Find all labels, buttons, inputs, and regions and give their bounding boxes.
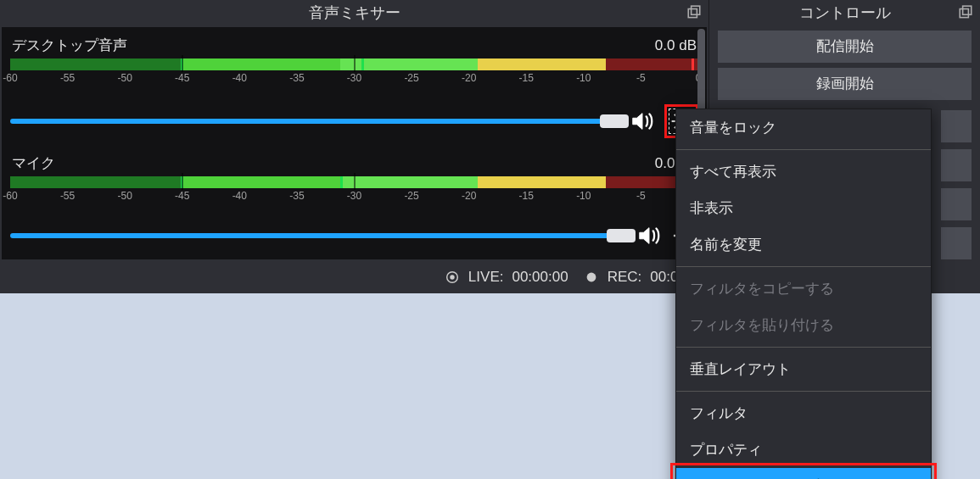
mixer-header: 音声ミキサー bbox=[0, 0, 708, 25]
live-status: LIVE: 00:00:00 bbox=[445, 269, 568, 286]
menu-item[interactable]: 音量をロック bbox=[676, 109, 931, 146]
menu-separator bbox=[676, 149, 931, 150]
svg-point-22 bbox=[586, 273, 596, 282]
channel-name: マイク bbox=[12, 153, 55, 173]
control-button-stub[interactable] bbox=[941, 188, 972, 220]
status-bar: LIVE: 00:00:00 REC: 00:00:0 bbox=[0, 261, 708, 293]
mixer-channel: マイク 0.0 dB -60 -55 -50 -45 bbox=[10, 153, 698, 249]
menu-item[interactable]: 名前を変更 bbox=[676, 226, 931, 263]
channel-db: 0.0 dB bbox=[655, 37, 697, 54]
menu-item: フィルタを貼り付ける bbox=[676, 307, 931, 343]
menu-item[interactable]: フィルタ bbox=[676, 395, 931, 432]
volume-slider[interactable] bbox=[10, 119, 620, 124]
start-recording-button[interactable]: 録画開始 bbox=[718, 68, 972, 100]
menu-separator bbox=[676, 347, 931, 348]
mixer-title: 音声ミキサー bbox=[309, 3, 400, 23]
control-button-stub[interactable] bbox=[941, 149, 972, 181]
menu-separator bbox=[676, 391, 931, 392]
popout-icon[interactable] bbox=[686, 5, 702, 20]
controls-title: コントロール bbox=[799, 3, 891, 23]
menu-item[interactable]: オーディオの詳細プロパティ(A) bbox=[676, 468, 931, 479]
channel-name: デスクトップ音声 bbox=[12, 36, 127, 55]
control-button-stub[interactable] bbox=[941, 227, 972, 259]
volume-slider[interactable] bbox=[10, 233, 627, 238]
svg-rect-24 bbox=[963, 6, 972, 14]
svg-rect-0 bbox=[688, 9, 697, 18]
meter-ticks: -60 -55 -50 -45 -40 -35 -30 -25 -20 -15 … bbox=[10, 190, 698, 209]
menu-item[interactable]: プロパティ bbox=[676, 432, 931, 468]
speaker-icon[interactable] bbox=[629, 108, 656, 135]
menu-item[interactable]: 垂直レイアウト bbox=[676, 351, 931, 387]
svg-rect-23 bbox=[960, 9, 968, 18]
menu-item[interactable]: すべて再表示 bbox=[676, 153, 931, 190]
speaker-icon[interactable] bbox=[636, 222, 663, 249]
audio-mixer-panel: 音声ミキサー デスクトップ音声 0.0 dB bbox=[0, 0, 709, 293]
mixer-body: デスクトップ音声 0.0 dB -60 -55 -50 -45 bbox=[2, 27, 707, 259]
mixer-context-menu: 音量をロックすべて再表示非表示名前を変更フィルタをコピーするフィルタを貼り付ける… bbox=[675, 109, 932, 479]
popout-icon[interactable] bbox=[958, 5, 973, 20]
menu-separator bbox=[676, 266, 931, 267]
control-button-stub[interactable] bbox=[941, 110, 972, 142]
meter-ticks: -60 -55 -50 -45 -40 -35 -30 -25 -20 -15 … bbox=[10, 72, 698, 91]
controls-header: コントロール bbox=[709, 0, 980, 25]
menu-item[interactable]: 非表示 bbox=[676, 190, 931, 226]
menu-item: フィルタをコピーする bbox=[676, 270, 931, 307]
svg-rect-1 bbox=[692, 6, 700, 14]
start-streaming-button[interactable]: 配信開始 bbox=[718, 31, 972, 63]
mixer-channel: デスクトップ音声 0.0 dB -60 -55 -50 -45 bbox=[10, 36, 698, 138]
svg-point-20 bbox=[450, 275, 454, 279]
